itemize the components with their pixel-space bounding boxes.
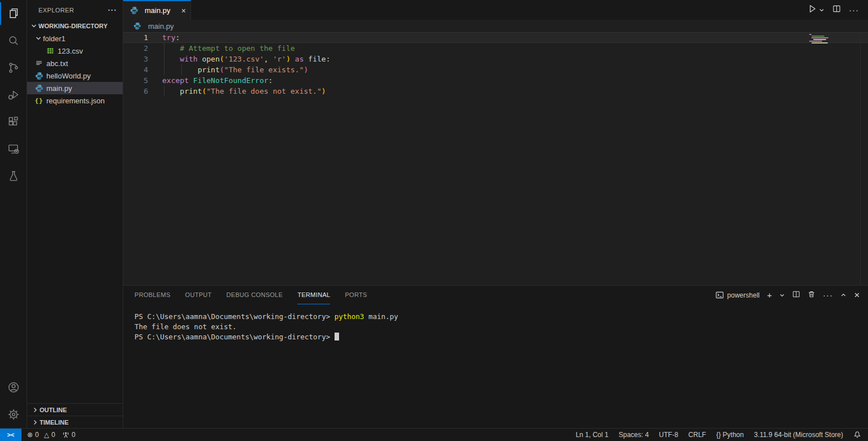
kill-terminal-trash-icon[interactable] [808,290,815,300]
line-number[interactable]: 5 [123,75,148,86]
tab-main-py[interactable]: main.py × [123,0,191,20]
more-actions-icon[interactable]: ··· [849,6,859,14]
code-editor[interactable]: 1try:2 # Attempt to open the file3 with … [123,32,868,285]
code-line-5[interactable]: 5except FileNotFoundError: [123,75,868,86]
settings-gear-icon[interactable] [0,401,27,428]
panel-tab-ports[interactable]: PORTS [345,286,367,304]
terminal-output[interactable]: PS C:\Users\aamna\Documents\working-dire… [123,304,868,428]
line-number[interactable]: 1 [123,32,148,43]
status-item-3-11-9-64-bit-microsoft-store[interactable]: 3.11.9 64-bit (Microsoft Store) [754,431,843,439]
file-label: main.py [46,84,72,93]
bottom-panel: PROBLEMSOUTPUTDEBUG CONSOLETERMINALPORTS… [123,285,868,428]
line-number[interactable]: 4 [123,64,148,75]
status-item-utf-8[interactable]: UTF-8 [659,431,678,439]
terminal-line-1: PS C:\Users\aamna\Documents\working-dire… [134,312,868,322]
shell-label: powershell [727,291,760,299]
minimap[interactable] [809,34,828,44]
remote-indicator[interactable]: >< [0,429,21,441]
search-icon[interactable] [0,27,27,54]
terminal-dropdown-chevron-icon[interactable] [779,290,785,300]
indent-guide [164,86,164,97]
chevron-down-icon [29,23,38,29]
line-number[interactable]: 6 [123,86,148,97]
status-item-python[interactable]: {} Python [716,431,744,439]
root-folder-label: WORKING-DIRECTORY [38,23,107,29]
accounts-icon[interactable] [0,374,27,401]
terminal-line-2: The file does not exist. [134,322,868,332]
breadcrumb-file[interactable]: main.py [148,22,174,30]
code-text: # Attempt to open the file [162,43,295,54]
file-label: requirements.json [46,97,105,105]
remote-explorer-icon[interactable] [0,136,27,163]
close-icon[interactable]: × [181,7,186,15]
minimap-line [809,41,822,42]
section-timeline[interactable]: TIMELINE [27,416,123,428]
ports-indicator[interactable]: 0 [62,431,76,439]
panel-more-actions-icon[interactable]: ··· [823,291,833,299]
panel-tab-debug-console[interactable]: DEBUG CONSOLE [227,286,283,304]
code-line-2[interactable]: 2 # Attempt to open the file [123,43,868,54]
scrollbar-border [860,32,861,285]
terminal-shell-item[interactable]: powershell [715,291,760,299]
line-number[interactable]: 3 [123,54,148,64]
line-number[interactable]: 2 [123,43,148,54]
terminal-cursor [335,333,339,340]
panel-tab-output[interactable]: OUTPUT [185,286,212,304]
code-line-1[interactable]: 1try: [123,32,868,43]
explorer-sidebar: EXPLORER ··· WORKING-DIRECTORY folder112… [27,0,123,428]
tree-root-working-directory[interactable]: WORKING-DIRECTORY [27,20,123,32]
status-item-crlf[interactable]: CRLF [688,431,706,439]
maximize-panel-chevron-up-icon[interactable] [840,290,847,300]
status-item-ln-1-col-1[interactable]: Ln 1, Col 1 [576,431,609,439]
tree-item-requirements-json[interactable]: {}requirements.json [27,94,123,107]
status-bar: >< ⊗ 0 △ 0 0 Ln 1, Col 1Spaces: 4UTF-8CR… [0,428,868,441]
code-text: with open('123.csv', 'r') as file: [162,54,330,64]
code-line-6[interactable]: 6 print("The file does not exist.") [123,86,868,97]
status-left: ⊗ 0 △ 0 0 [27,431,75,439]
panel-tab-terminal[interactable]: TERMINAL [297,286,330,304]
error-icon: ⊗ [27,431,33,439]
new-terminal-icon[interactable]: + [767,291,772,299]
run-dropdown-chevron-icon[interactable] [819,5,824,15]
tree-item-123-csv[interactable]: 123.csv [27,45,123,57]
code-text: print("The file does not exist.") [162,86,326,97]
minimap-line [813,39,826,40]
problems-indicator[interactable]: ⊗ 0 △ 0 [27,431,55,439]
sidebar-header: EXPLORER ··· [27,0,123,20]
terminal-actions: powershell + ··· [715,290,860,300]
explorer-more-actions-icon[interactable]: ··· [108,6,117,14]
warning-count: 0 [51,431,55,439]
code-text: print("The file exists.") [162,64,308,75]
explorer-icon[interactable] [0,0,27,27]
error-count: 0 [35,431,39,439]
chevron-down-icon [34,35,43,42]
extensions-icon[interactable] [0,108,27,136]
breadcrumb[interactable]: main.py [123,20,868,32]
file-label: abc.txt [46,59,68,68]
tree-item-folder1[interactable]: folder1 [27,32,123,45]
python-file-icon [132,22,142,30]
notifications-bell-icon[interactable] [853,431,861,439]
tab-label: main.py [145,6,171,15]
minimap-line [811,36,824,37]
code-text: except FileNotFoundError: [162,75,273,86]
status-item-spaces-4[interactable]: Spaces: 4 [619,431,649,439]
panel-tab-problems[interactable]: PROBLEMS [134,286,171,304]
status-right: Ln 1, Col 1Spaces: 4UTF-8CRLF{} Python3.… [576,431,868,439]
tree-item-abc-txt[interactable]: abc.txt [27,57,123,69]
source-control-icon[interactable] [0,54,27,81]
txt-file-icon [34,59,44,67]
tree-item-main-py[interactable]: main.py [27,82,123,94]
split-editor-icon[interactable] [832,5,841,15]
section-outline[interactable]: OUTLINE [27,403,123,416]
run-button[interactable] [808,4,817,16]
testing-icon[interactable] [0,163,27,190]
tree-item-helloworld-py[interactable]: helloWorld.py [27,69,123,82]
close-panel-icon[interactable] [854,290,860,300]
indent-guide [181,64,182,75]
split-terminal-icon[interactable] [792,290,800,300]
editor-actions: ··· [808,0,868,20]
code-line-3[interactable]: 3 with open('123.csv', 'r') as file: [123,54,868,64]
code-line-4[interactable]: 4 print("The file exists.") [123,64,868,75]
run-and-debug-icon[interactable] [0,81,27,108]
